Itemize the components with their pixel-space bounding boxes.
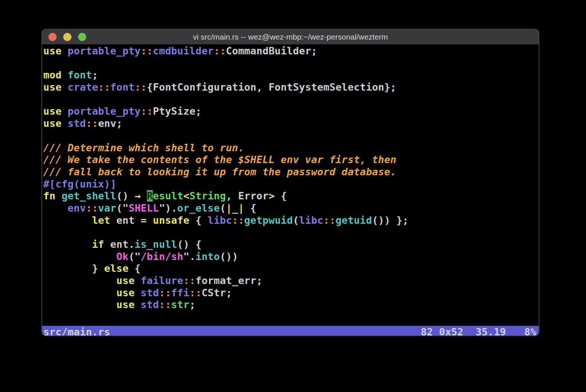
code-token: ent. xyxy=(104,239,135,250)
code-token: :: xyxy=(323,214,336,226)
code-token: is_null xyxy=(135,239,177,250)
zoom-button[interactable] xyxy=(78,33,86,41)
terminal-window: vi src/main.rs -- wez@wez-mbp:~/wez-pers… xyxy=(41,29,539,336)
code-token: :: xyxy=(159,287,171,298)
code-token: into xyxy=(195,251,220,262)
cursor-block: R xyxy=(147,190,153,202)
code-token xyxy=(43,299,116,310)
code-token: _ xyxy=(232,202,238,214)
code-token xyxy=(55,190,61,202)
window-title: vi src/main.rs -- wez@wez-mbp:~/wez-pers… xyxy=(42,33,539,41)
code-token: CStr; xyxy=(202,287,232,298)
code-token: font xyxy=(110,81,135,93)
code-token: portable_pty xyxy=(68,45,141,57)
code-token: env xyxy=(68,202,86,214)
code-token: /bin/sh xyxy=(141,251,183,262)
vim-status-bar: src/main.rs 82 0x52 35,19 8% xyxy=(42,326,539,336)
status-ruler: 82 0x52 35,19 8% xyxy=(421,326,536,336)
code-token: libc xyxy=(208,214,232,226)
code-line: fn get_shell() → Result<String, Error> { xyxy=(43,190,539,202)
close-button[interactable] xyxy=(48,33,57,41)
code-token xyxy=(43,275,116,286)
code-line: use crate::font::{FontConfiguration, Fon… xyxy=(43,81,539,94)
code-token: "). xyxy=(159,202,177,214)
code-token: () xyxy=(117,190,135,202)
code-token: getuid xyxy=(336,214,372,226)
code-token xyxy=(43,202,68,214)
code-token: :: xyxy=(86,118,98,129)
code-token: } xyxy=(43,263,104,274)
code-token: :: xyxy=(183,275,196,286)
code-line: use std::ffi::CStr; xyxy=(43,287,539,299)
code-token: (" xyxy=(128,251,141,262)
code-token: { xyxy=(275,190,287,202)
code-token: use xyxy=(116,299,134,310)
code-token: var xyxy=(98,202,116,214)
code-line: /// We take the contents of the $SHELL e… xyxy=(43,154,539,166)
code-token xyxy=(135,287,141,298)
code-token: :: xyxy=(189,287,202,298)
code-token: format_err; xyxy=(195,275,262,286)
code-token: PtySize; xyxy=(153,105,202,117)
code-token: { xyxy=(128,263,141,274)
code-token: /// Determine which shell to run. xyxy=(43,142,244,153)
code-token xyxy=(147,214,153,226)
code-line: let ent = unsafe { libc::getpwuid(libc::… xyxy=(43,214,539,227)
minimize-button[interactable] xyxy=(63,33,71,41)
code-token: else xyxy=(104,263,129,274)
code-token: { xyxy=(244,202,256,214)
code-token: unsafe xyxy=(153,214,189,226)
code-token: use xyxy=(116,275,134,286)
code-line: env::var("SHELL").or_else(|_| { xyxy=(43,202,539,214)
code-token: use xyxy=(43,105,61,117)
code-token: ent xyxy=(110,214,141,226)
code-token: failure xyxy=(141,275,183,286)
code-token xyxy=(135,299,141,310)
traffic-lights xyxy=(48,33,86,41)
code-token: or_else xyxy=(177,202,220,214)
terminal-content[interactable]: use portable_pty::cmdbuilder::CommandBui… xyxy=(42,44,539,336)
code-token: fn xyxy=(43,190,55,202)
code-token: libc xyxy=(299,214,323,226)
code-token: ; xyxy=(189,299,195,310)
code-line xyxy=(43,130,539,142)
code-token xyxy=(61,118,67,129)
code-line: Ok("/bin/sh".into()) xyxy=(43,251,539,263)
code-token: get_shell xyxy=(61,190,116,202)
code-token: font xyxy=(68,69,92,81)
code-line: use portable_pty::PtySize; xyxy=(43,105,539,118)
code-token: :: xyxy=(98,81,110,93)
code-token: { xyxy=(189,214,208,226)
code-token: = xyxy=(141,214,146,226)
code-token: () { xyxy=(177,239,202,250)
code-token: | xyxy=(226,202,232,214)
code-token: , Error xyxy=(226,190,269,202)
code-token: if xyxy=(92,239,104,250)
code-token: use xyxy=(43,81,61,93)
code-token xyxy=(61,69,67,81)
code-token: ". xyxy=(183,251,196,262)
code-token: :: xyxy=(135,81,147,93)
code-token: let xyxy=(92,214,110,226)
code-token: String xyxy=(189,190,226,202)
code-line: #[cfg(unix)] xyxy=(43,178,539,190)
code-line: use std::str; xyxy=(43,299,539,311)
code-token: ()) xyxy=(220,251,238,262)
code-line: use failure::format_err; xyxy=(43,275,539,287)
code-token: > xyxy=(269,190,275,202)
code-token: env; xyxy=(98,118,122,129)
code-token: portable_pty xyxy=(68,105,141,117)
code-token xyxy=(43,287,116,298)
code-line: /// Determine which shell to run. xyxy=(43,142,539,154)
code-token: use xyxy=(43,118,61,129)
window-titlebar[interactable]: vi src/main.rs -- wez@wez-mbp:~/wez-pers… xyxy=(42,30,539,44)
code-token: :: xyxy=(214,45,226,57)
code-token: ; xyxy=(92,69,98,81)
code-token: CommandBuilder; xyxy=(226,45,317,57)
code-token: → xyxy=(135,190,141,202)
code-token: :: xyxy=(159,299,171,310)
code-line: } else { xyxy=(43,263,539,275)
code-token: use xyxy=(116,287,134,298)
code-token: | xyxy=(238,202,244,214)
code-token xyxy=(135,275,141,286)
